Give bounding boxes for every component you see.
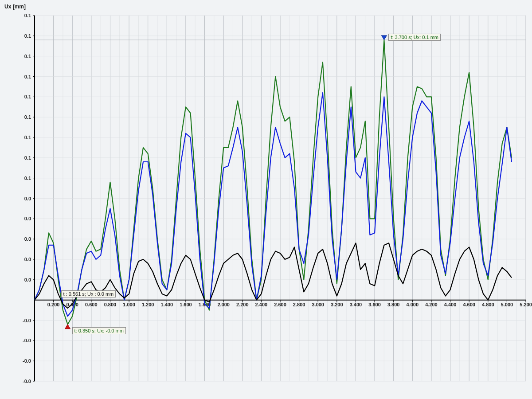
svg-text:0.1: 0.1 <box>24 155 31 160</box>
svg-text:2.800: 2.800 <box>293 302 305 307</box>
svg-text:0.0: 0.0 <box>24 277 31 282</box>
svg-text:-0.0: -0.0 <box>23 358 31 364</box>
svg-text:4.000: 4.000 <box>407 302 419 307</box>
svg-text:1.400: 1.400 <box>161 302 173 307</box>
svg-text:0.0: 0.0 <box>24 236 31 242</box>
svg-text:3.200: 3.200 <box>331 302 343 307</box>
svg-text:0.1: 0.1 <box>24 33 31 39</box>
svg-text:0.600: 0.600 <box>85 302 98 307</box>
line-chart[interactable]: 0.2000.4000.6000.8001.0001.2001.4001.600… <box>0 0 532 399</box>
svg-text:0.0: 0.0 <box>24 216 31 221</box>
annotation-label: t : 0.561 s; Ux : 0.0 mm <box>61 290 116 297</box>
svg-text:2.600: 2.600 <box>274 302 286 307</box>
svg-text:0.0: 0.0 <box>24 257 31 262</box>
svg-text:-0.0: -0.0 <box>23 379 31 384</box>
svg-text:5.000: 5.000 <box>501 302 513 307</box>
svg-text:3.000: 3.000 <box>312 302 324 307</box>
chart-container: Ux [mm] 0.2000.4000.6000.8001.0001.2001.… <box>0 0 532 399</box>
svg-text:0.800: 0.800 <box>104 302 117 307</box>
y-axis-label: Ux [mm] <box>4 4 26 10</box>
svg-text:1.600: 1.600 <box>180 302 192 307</box>
svg-text:0.1: 0.1 <box>24 94 31 99</box>
svg-text:1.000: 1.000 <box>123 302 135 307</box>
svg-text:0.1: 0.1 <box>24 13 31 18</box>
svg-text:1.200: 1.200 <box>142 302 154 307</box>
svg-text:0.200: 0.200 <box>47 302 60 307</box>
svg-text:0.0: 0.0 <box>24 196 31 201</box>
svg-text:2.000: 2.000 <box>217 302 230 307</box>
svg-text:4.200: 4.200 <box>425 302 438 307</box>
svg-text:5.200: 5.200 <box>520 302 532 307</box>
svg-text:2.400: 2.400 <box>255 302 268 307</box>
svg-text:3.400: 3.400 <box>350 302 362 307</box>
svg-text:2.200: 2.200 <box>236 302 249 307</box>
svg-text:0.1: 0.1 <box>24 74 31 79</box>
svg-text:4.600: 4.600 <box>463 302 475 307</box>
svg-text:4.400: 4.400 <box>444 302 457 307</box>
svg-text:3.800: 3.800 <box>387 302 400 307</box>
svg-text:0.1: 0.1 <box>24 54 31 59</box>
svg-text:-0.0: -0.0 <box>23 318 31 323</box>
annotation-label: t: 0.350 s; Ux: -0.0 mm <box>72 327 126 334</box>
annotation-label: t: 3.700 s; Ux: 0.1 mm <box>388 34 441 41</box>
svg-text:4.800: 4.800 <box>482 302 494 307</box>
svg-text:0.1: 0.1 <box>24 114 31 120</box>
svg-text:3.600: 3.600 <box>368 302 381 307</box>
svg-text:-0.0: -0.0 <box>23 338 31 343</box>
svg-text:0.1: 0.1 <box>24 135 31 140</box>
svg-text:0.1: 0.1 <box>24 176 31 181</box>
